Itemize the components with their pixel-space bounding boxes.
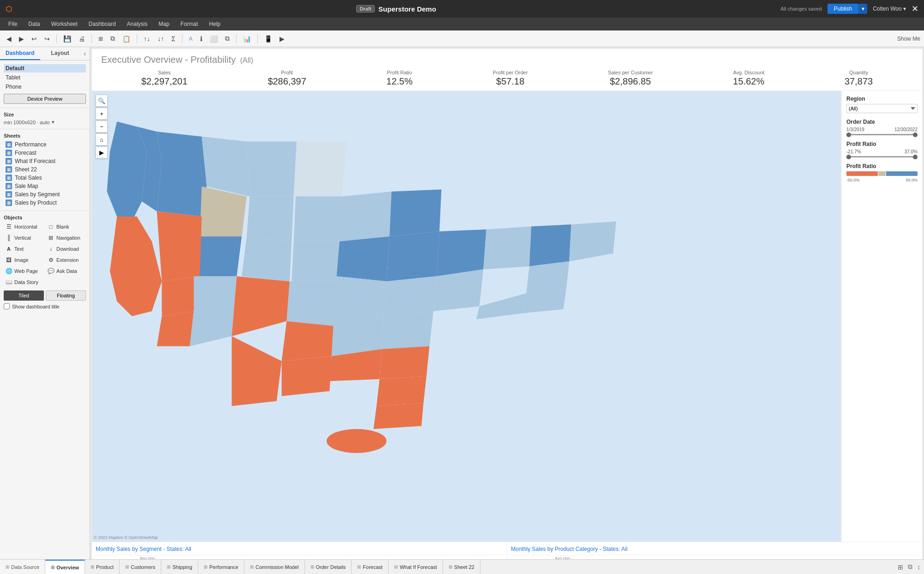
map-zoom-in-button[interactable]: + bbox=[96, 108, 108, 120]
state-ky[interactable] bbox=[334, 276, 387, 319]
state-me[interactable] bbox=[569, 221, 616, 261]
tab-sheet22[interactable]: ⊞ Sheet 22 bbox=[443, 560, 480, 574]
tab-commission[interactable]: ⊞ Commission Model bbox=[244, 560, 305, 574]
object-webpage[interactable]: 🌐 Web Page bbox=[4, 266, 44, 276]
state-mt[interactable] bbox=[202, 137, 250, 197]
state-mn[interactable] bbox=[294, 142, 347, 197]
sheet-item-forecast[interactable]: ▦ Forecast bbox=[4, 149, 86, 157]
menu-map[interactable]: Map bbox=[154, 20, 174, 28]
object-extension[interactable]: ⚙ Extension bbox=[46, 255, 86, 265]
tab-overview[interactable]: ⊞ Overview bbox=[45, 560, 85, 574]
borders-button[interactable]: ⧉ bbox=[222, 33, 232, 44]
state-la[interactable] bbox=[282, 356, 332, 396]
sort-asc-button[interactable]: ↑↓ bbox=[141, 33, 153, 44]
map-search-button[interactable]: 🔍 bbox=[96, 95, 108, 107]
sidebar-collapse[interactable]: ‹ bbox=[80, 47, 90, 60]
state-ny[interactable] bbox=[529, 224, 571, 266]
undo-button[interactable]: ↩ bbox=[29, 33, 40, 44]
size-select[interactable]: min 1000x620 · auto ▾ bbox=[4, 119, 86, 125]
state-ga[interactable] bbox=[377, 376, 426, 406]
state-ca[interactable] bbox=[110, 217, 162, 316]
object-horizontal[interactable]: ☰ Horizontal bbox=[4, 222, 44, 231]
publish-button[interactable]: Publish bbox=[827, 4, 858, 14]
state-nv[interactable] bbox=[157, 211, 201, 281]
menu-worksheet[interactable]: Worksheet bbox=[47, 20, 82, 28]
sheet-item-performance[interactable]: ▦ Performance bbox=[4, 140, 86, 149]
present-button[interactable]: ▶ bbox=[277, 33, 287, 44]
date-slider-left-handle[interactable] bbox=[846, 133, 851, 137]
state-nd[interactable] bbox=[247, 142, 297, 197]
menu-analysis[interactable]: Analysis bbox=[122, 20, 152, 28]
chart-type-button[interactable]: 📊 bbox=[240, 33, 254, 44]
copy-button[interactable]: ⧉ bbox=[108, 33, 118, 44]
state-in[interactable] bbox=[387, 231, 440, 281]
format-button[interactable]: ⬜ bbox=[207, 33, 220, 44]
state-wi[interactable] bbox=[340, 192, 391, 242]
state-fl-pan[interactable] bbox=[327, 429, 387, 453]
state-mo[interactable] bbox=[286, 281, 340, 326]
object-datastory[interactable]: 📖 Data Story bbox=[4, 278, 86, 287]
object-download[interactable]: ↓ Download bbox=[46, 244, 86, 254]
tab-customers[interactable]: ⊞ Customers bbox=[120, 560, 161, 574]
state-ne[interactable] bbox=[294, 196, 344, 241]
print-button[interactable]: 🖨 bbox=[76, 33, 88, 44]
profit-ratio-slider[interactable] bbox=[846, 156, 918, 157]
tab-order-details[interactable]: ⊞ Order Details bbox=[305, 560, 352, 574]
layout-tab[interactable]: Layout bbox=[40, 47, 80, 60]
map-container[interactable] bbox=[92, 91, 841, 542]
state-nm[interactable] bbox=[190, 276, 237, 346]
menu-file[interactable]: File bbox=[4, 20, 22, 28]
menu-data[interactable]: Data bbox=[24, 20, 44, 28]
tiled-button[interactable]: Tiled bbox=[4, 290, 44, 301]
state-pa[interactable] bbox=[483, 226, 531, 269]
mark-label-button[interactable]: A bbox=[186, 34, 195, 44]
tooltip-button[interactable]: ℹ bbox=[197, 33, 205, 44]
tab-forecast[interactable]: ⊞ Forecast bbox=[352, 560, 389, 574]
device-option-tablet[interactable]: Tablet bbox=[4, 73, 86, 82]
state-id[interactable] bbox=[157, 132, 207, 217]
state-md[interactable] bbox=[476, 293, 526, 319]
device-option-default[interactable]: Default bbox=[4, 64, 86, 73]
sheet-item-sheet22[interactable]: ▦ Sheet 22 bbox=[4, 165, 86, 174]
state-wa[interactable] bbox=[107, 121, 146, 221]
sheet-item-whatif[interactable]: ▦ What If Forecast bbox=[4, 157, 86, 165]
paste-button[interactable]: 📋 bbox=[120, 33, 133, 44]
state-tx[interactable] bbox=[232, 336, 282, 406]
tab-whatif[interactable]: ⊞ What If Forecast bbox=[389, 560, 443, 574]
date-slider-right-handle[interactable] bbox=[913, 133, 918, 137]
sort-desc-button[interactable]: ↓↑ bbox=[155, 33, 167, 44]
floating-button[interactable]: Floating bbox=[46, 290, 86, 301]
state-mi[interactable] bbox=[389, 189, 441, 236]
object-askdata[interactable]: 💬 Ask Data bbox=[46, 266, 86, 276]
menu-format[interactable]: Format bbox=[176, 20, 203, 28]
object-text[interactable]: A Text bbox=[4, 244, 44, 254]
sheet-item-totalsales[interactable]: ▦ Total Sales bbox=[4, 174, 86, 182]
object-blank[interactable]: □ Blank bbox=[46, 222, 86, 231]
save-button[interactable]: 💾 bbox=[61, 33, 74, 44]
state-il[interactable] bbox=[337, 236, 390, 281]
date-slider[interactable] bbox=[846, 134, 918, 135]
sort-sheets-button[interactable]: ↕ bbox=[915, 562, 922, 572]
region-filter-select[interactable]: (All) bbox=[846, 104, 918, 113]
device-option-phone[interactable]: Phone bbox=[4, 83, 86, 91]
state-az[interactable] bbox=[157, 311, 194, 346]
object-vertical[interactable]: ║ Vertical bbox=[4, 233, 44, 242]
new-worksheet-button[interactable]: ⊞ bbox=[96, 34, 106, 44]
publish-dropdown-button[interactable]: ▾ bbox=[858, 4, 867, 14]
map-zoom-out-button[interactable]: − bbox=[96, 121, 108, 133]
duplicate-sheet-button[interactable]: ⧉ bbox=[906, 562, 914, 572]
tab-datasource[interactable]: ⊞ Data Source bbox=[0, 560, 45, 574]
sheet-item-salesbyproduct[interactable]: ▦ Sales by Product bbox=[4, 199, 86, 207]
state-sc[interactable] bbox=[379, 346, 429, 379]
show-title-checkbox[interactable] bbox=[4, 303, 10, 309]
object-image[interactable]: 🖼 Image bbox=[4, 255, 44, 265]
close-button[interactable]: ✕ bbox=[912, 4, 918, 14]
profit-ratio-right-handle[interactable] bbox=[913, 155, 918, 159]
map-home-button[interactable]: ⌂ bbox=[96, 133, 108, 145]
tab-performance[interactable]: ⊞ Performance bbox=[198, 560, 244, 574]
state-sd[interactable] bbox=[247, 196, 294, 241]
back-button[interactable]: ◀ bbox=[4, 33, 14, 44]
profit-ratio-left-handle[interactable] bbox=[846, 155, 851, 159]
forward-button[interactable]: ▶ bbox=[16, 33, 27, 44]
state-oh[interactable] bbox=[437, 230, 486, 277]
